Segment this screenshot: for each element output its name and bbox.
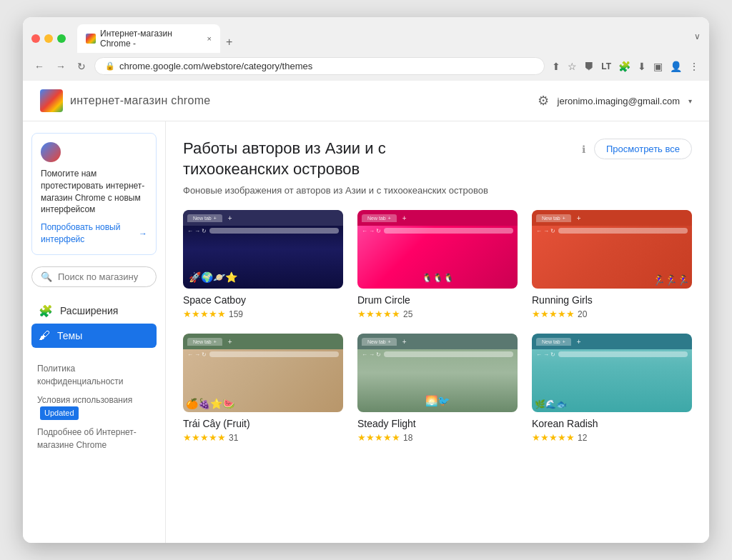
new-tab-button[interactable]: + bbox=[220, 31, 238, 53]
product-card-korean-radish[interactable]: New tab + + ← → ↻ bbox=[532, 334, 692, 443]
terms-link[interactable]: Условия использования Updated bbox=[31, 391, 157, 423]
mini-browser-running: New tab + + ← → ↻ bbox=[532, 210, 692, 289]
minimize-window-button[interactable] bbox=[44, 34, 53, 43]
info-icon[interactable]: ℹ bbox=[582, 144, 585, 155]
view-all-button[interactable]: Просмотреть все bbox=[594, 139, 692, 159]
settings-icon[interactable]: ⚙ bbox=[538, 93, 549, 109]
product-card-trai-cay[interactable]: New tab + + ← → ↻ bbox=[183, 334, 343, 443]
product-name-space-catboy: Space Catboy bbox=[183, 294, 343, 306]
user-email[interactable]: jeronimo.imaging@gmail.com bbox=[558, 96, 680, 106]
mini-tab: New tab + bbox=[187, 214, 222, 222]
sidebar-item-themes[interactable]: 🖌 Темы bbox=[31, 324, 157, 348]
stars-drum-circle: ★★★★★ bbox=[357, 309, 400, 319]
stars-running-girls: ★★★★★ bbox=[532, 309, 575, 319]
mini-address-row-flight: ← → ↻ bbox=[357, 349, 518, 359]
product-card-space-catboy[interactable]: New tab + + ← → ↻ bbox=[183, 210, 343, 319]
download-icon[interactable]: ⬇ bbox=[636, 59, 648, 74]
store-body: Помогите нам протестировать интернет-маг… bbox=[23, 121, 709, 543]
active-tab[interactable]: Интернет-магазин Chrome - × bbox=[77, 24, 220, 53]
stars-korean-radish: ★★★★★ bbox=[532, 432, 575, 443]
promo-link[interactable]: Попробовать новый интерфейс → bbox=[41, 221, 147, 246]
mini-plus: + bbox=[228, 214, 232, 222]
product-thumbnail-steady-flight: New tab + + ← → ↻ bbox=[357, 334, 518, 412]
main-content: Работы авторов из Азии и с тихоокеанских… bbox=[166, 121, 709, 543]
address-input[interactable]: 🔒 chrome.google.com/webstore/category/th… bbox=[94, 57, 545, 75]
mini-content bbox=[183, 236, 343, 289]
tab-close-button[interactable]: × bbox=[207, 34, 212, 43]
product-card-steady-flight[interactable]: New tab + + ← → ↻ bbox=[357, 334, 518, 443]
mini-addr-bar bbox=[209, 228, 339, 234]
section-header-right: ℹ Просмотреть все bbox=[582, 139, 692, 159]
promo-link-arrow: → bbox=[139, 228, 147, 240]
terms-link-text: Условия использования bbox=[37, 395, 132, 405]
extensions-nav-icon: 🧩 bbox=[39, 304, 53, 318]
themes-nav-icon: 🖌 bbox=[39, 329, 50, 342]
bookmark-icon[interactable]: ☆ bbox=[566, 59, 578, 74]
sidebar: Помогите нам протестировать интернет-маг… bbox=[23, 121, 166, 543]
mini-address-row-running: ← → ↻ bbox=[532, 226, 692, 236]
themes-nav-label: Темы bbox=[57, 330, 82, 341]
count-drum-circle: 25 bbox=[403, 309, 412, 319]
store-logo: интернет-магазин chrome bbox=[40, 89, 211, 112]
product-rating-space-catboy: ★★★★★ 159 bbox=[183, 309, 343, 319]
count-steady-flight: 18 bbox=[403, 433, 412, 443]
product-card-running-girls[interactable]: New tab + + ← → ↻ bbox=[532, 210, 692, 319]
footer-links: Политика конфиденциальности Условия испо… bbox=[31, 359, 157, 454]
shield-icon[interactable]: ⛊ bbox=[583, 59, 595, 74]
updated-badge: Updated bbox=[40, 406, 79, 420]
search-icon: 🔍 bbox=[41, 271, 52, 282]
mini-browser-space: New tab + + ← → ↻ bbox=[183, 210, 343, 289]
mini-tab-flight: New tab + bbox=[362, 338, 397, 346]
search-input[interactable] bbox=[58, 271, 166, 282]
product-name-trai-cay: Trái Cây (Fruit) bbox=[183, 418, 343, 429]
product-name-drum-circle: Drum Circle bbox=[357, 294, 518, 306]
translate-icon[interactable]: LT bbox=[600, 60, 613, 73]
chrome-menu-icon[interactable]: ⋮ bbox=[688, 59, 701, 74]
tab-title: Интернет-магазин Chrome - bbox=[100, 29, 203, 49]
address-bar: ← → ↻ 🔒 chrome.google.com/webstore/categ… bbox=[23, 53, 709, 81]
product-thumbnail-korean-radish: New tab + + ← → ↻ bbox=[532, 334, 692, 412]
mini-address-row-fruit: ← → ↻ bbox=[183, 349, 343, 359]
sidebar-item-extensions[interactable]: 🧩 Расширения bbox=[31, 299, 157, 324]
promo-text: Помогите нам протестировать интернет-маг… bbox=[41, 168, 147, 216]
product-card-drum-circle[interactable]: New tab + + ← → ↻ bbox=[357, 210, 518, 319]
back-button[interactable]: ← bbox=[31, 59, 47, 74]
tab-bar: Интернет-магазин Chrome - × + bbox=[77, 24, 688, 53]
close-window-button[interactable] bbox=[31, 34, 40, 43]
window-collapse-button[interactable]: ∨ bbox=[694, 31, 701, 46]
mini-tab-running: New tab + bbox=[536, 214, 571, 222]
store-logo-icon bbox=[40, 89, 63, 112]
mini-tab-radish: New tab + bbox=[536, 338, 571, 346]
mini-browser-flight: New tab + + ← → ↻ bbox=[357, 334, 518, 412]
promo-link-text: Попробовать новый интерфейс bbox=[41, 221, 136, 246]
stars-space-catboy: ★★★★★ bbox=[183, 309, 226, 319]
share-icon[interactable]: ⬆ bbox=[550, 59, 562, 74]
extensions-icon[interactable]: 🧩 bbox=[617, 59, 632, 74]
profile-icon[interactable]: 👤 bbox=[668, 59, 683, 74]
count-space-catboy: 159 bbox=[229, 309, 243, 319]
mini-address-row-radish: ← → ↻ bbox=[532, 349, 692, 359]
section-header: Работы авторов из Азии и с тихоокеанских… bbox=[183, 139, 692, 179]
promo-card: Помогите нам протестировать интернет-маг… bbox=[31, 133, 157, 255]
product-name-steady-flight: Steady Flight bbox=[357, 418, 518, 429]
product-grid: New tab + + ← → ↻ bbox=[183, 210, 692, 443]
user-dropdown-arrow[interactable]: ▾ bbox=[688, 97, 692, 105]
mini-chrome-bar-running: New tab + + bbox=[532, 210, 692, 226]
search-box[interactable]: 🔍 bbox=[31, 266, 157, 287]
product-rating-running-girls: ★★★★★ 20 bbox=[532, 309, 692, 319]
reload-button[interactable]: ↻ bbox=[74, 59, 89, 74]
product-name-running-girls: Running Girls bbox=[532, 294, 692, 306]
lock-icon: 🔒 bbox=[105, 61, 115, 71]
browser-window: Интернет-магазин Chrome - × + ∨ ← → ↻ 🔒 … bbox=[23, 17, 709, 543]
mini-address-row-drum: ← → ↻ bbox=[357, 226, 518, 236]
product-rating-drum-circle: ★★★★★ 25 bbox=[357, 309, 518, 319]
privacy-link[interactable]: Политика конфиденциальности bbox=[31, 359, 157, 391]
about-link[interactable]: Подробнее об Интернет-магазине Chrome bbox=[31, 423, 157, 454]
count-running-girls: 20 bbox=[578, 309, 587, 319]
cast-icon[interactable]: ▣ bbox=[652, 59, 664, 74]
address-text: chrome.google.com/webstore/category/them… bbox=[119, 61, 312, 71]
store-logo-text: интернет-магазин chrome bbox=[70, 94, 211, 107]
maximize-window-button[interactable] bbox=[57, 34, 66, 43]
product-thumbnail-running-girls: New tab + + ← → ↻ bbox=[532, 210, 692, 289]
forward-button[interactable]: → bbox=[53, 59, 69, 74]
